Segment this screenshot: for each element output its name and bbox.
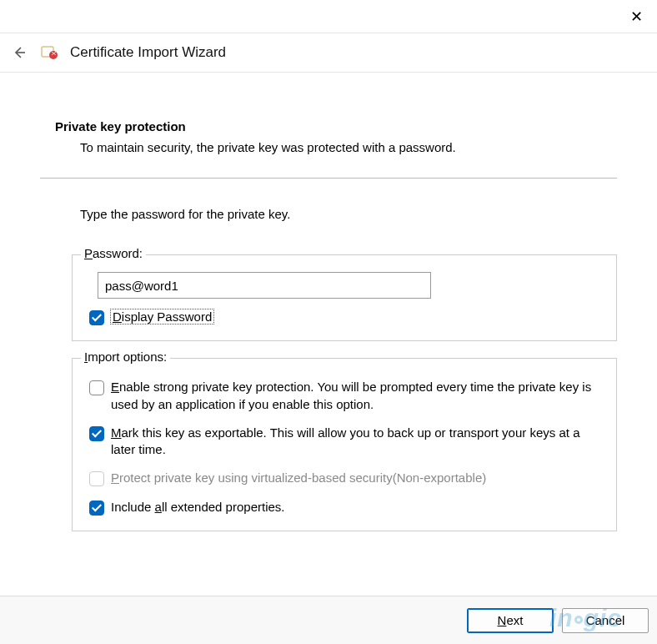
password-group: Password: Display Password [72, 254, 617, 341]
back-button[interactable] [10, 43, 28, 62]
svg-point-2 [49, 51, 58, 59]
display-password-checkbox[interactable] [89, 310, 104, 325]
wizard-title: Certificate Import Wizard [70, 44, 226, 61]
mark-exportable-label[interactable]: Mark this key as exportable. This will a… [111, 425, 599, 459]
protect-virtualized-label: Protect private key using virtualized-ba… [111, 470, 486, 486]
instruction-text: Type the password for the private key. [80, 207, 640, 221]
section-heading: Private key protection [55, 119, 640, 133]
cancel-button[interactable]: Cancel [562, 608, 649, 633]
close-button[interactable]: ✕ [625, 6, 647, 28]
wizard-header: Certificate Import Wizard [0, 33, 657, 73]
next-button[interactable]: Next [467, 608, 554, 633]
titlebar: ✕ [0, 0, 657, 33]
import-options-group: Import options: Enable strong private ke… [72, 358, 617, 531]
divider [40, 178, 617, 179]
section-subheading: To maintain security, the private key wa… [80, 140, 640, 154]
protect-virtualized-checkbox [89, 471, 104, 486]
wizard-body: Private key protection To maintain secur… [0, 73, 657, 531]
include-extended-label[interactable]: Include all extended properties. [111, 499, 284, 516]
back-arrow-icon [12, 45, 27, 60]
include-extended-checkbox[interactable] [89, 501, 104, 516]
close-icon: ✕ [630, 8, 643, 26]
password-legend: Password: [81, 246, 146, 260]
certificate-icon [40, 43, 58, 62]
button-bar: Next Cancel [0, 596, 657, 644]
password-input[interactable] [98, 272, 431, 299]
enable-strong-protection-checkbox[interactable] [89, 380, 104, 395]
import-options-legend: Import options: [81, 350, 170, 364]
display-password-label[interactable]: Display Password [111, 309, 213, 325]
mark-exportable-checkbox[interactable] [89, 426, 104, 441]
enable-strong-protection-label[interactable]: Enable strong private key protection. Yo… [111, 379, 599, 413]
